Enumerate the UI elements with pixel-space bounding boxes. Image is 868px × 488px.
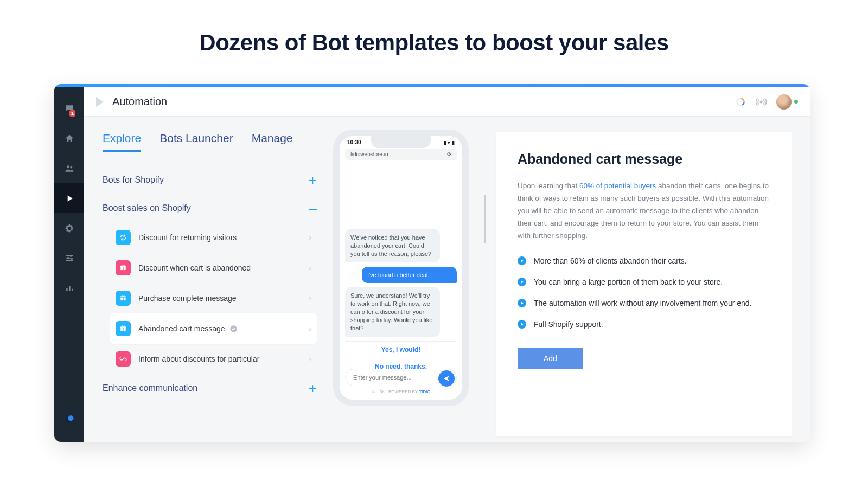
expand-icon: +: [309, 172, 317, 189]
scrollbar-thumb[interactable]: [484, 195, 486, 243]
svg-point-11: [760, 101, 762, 102]
svg-rect-14: [120, 266, 126, 267]
gift-icon: [116, 321, 131, 336]
home-icon: [64, 133, 75, 144]
refresh-icon: [116, 230, 131, 245]
svg-point-16: [124, 265, 125, 266]
sidebar-item-channels[interactable]: [54, 243, 84, 273]
phone-time: 10:30: [347, 139, 361, 145]
svg-point-4: [71, 259, 72, 261]
svg-point-3: [67, 257, 69, 259]
bot-message: We've noticed that you have abandoned yo…: [345, 229, 440, 262]
user-message: I've found a better deal.: [362, 267, 457, 284]
bot-item-label: Inform about discounts for particular: [138, 355, 259, 363]
notification-badge: 1: [69, 110, 75, 117]
section-label: Bots for Shopify: [103, 175, 164, 185]
broadcast-icon[interactable]: [756, 97, 767, 107]
sidebar-item-conversations[interactable]: 1: [54, 94, 84, 124]
bot-item-label: Purchase complete message: [138, 294, 237, 303]
chevron-right-icon: ›: [309, 233, 311, 242]
quick-reply-yes[interactable]: Yes, I would!: [345, 341, 457, 358]
gift-icon: [116, 260, 131, 275]
bars-icon: [64, 282, 75, 293]
section-label: Boost sales on Shopify: [103, 203, 191, 213]
section-enhance-communication[interactable]: Enhance communication +: [103, 374, 317, 402]
svg-rect-23: [124, 328, 126, 331]
presence-dot: [794, 100, 798, 104]
svg-point-25: [122, 326, 123, 327]
reload-icon: ⟳: [447, 151, 451, 157]
tab-explore[interactable]: Explore: [103, 132, 141, 152]
sliders-icon: [64, 253, 75, 264]
bot-template-item[interactable]: Abandoned cart message›: [110, 313, 317, 344]
svg-rect-7: [72, 288, 73, 291]
stat-link[interactable]: 60% of potential buyers: [579, 182, 656, 190]
link-icon: [116, 351, 131, 367]
sidebar-item-home[interactable]: [54, 124, 84, 153]
detail-description: Upon learning that 60% of potential buye…: [518, 180, 770, 242]
benefit-item: More than 60% of clients abandon their c…: [518, 255, 770, 267]
svg-rect-22: [120, 328, 123, 331]
svg-rect-5: [66, 288, 68, 291]
svg-rect-13: [124, 267, 126, 270]
benefit-item: The automation will work without any inv…: [518, 298, 770, 309]
sidebar-item-visitors[interactable]: [54, 153, 84, 183]
svg-rect-12: [120, 267, 123, 270]
play-bullet-icon: [518, 278, 526, 286]
section-boost-sales[interactable]: Boost sales on Shopify –: [103, 194, 317, 222]
tabs: Explore Bots Launcher Manage: [103, 132, 317, 152]
sidebar-item-tidio[interactable]: [54, 404, 84, 434]
powered-by: ☺ 📎 POWERED BY TIDIO: [345, 389, 457, 394]
svg-rect-6: [69, 286, 71, 291]
sidebar-item-analytics[interactable]: [54, 273, 84, 303]
section-label: Enhance communication: [103, 383, 197, 393]
bot-item-label: Abandoned cart message: [138, 324, 225, 333]
section-bots-for-shopify[interactable]: Bots for Shopify +: [103, 166, 317, 194]
send-icon: [443, 375, 450, 382]
chevron-right-icon: ›: [309, 324, 311, 333]
sidebar-item-automation[interactable]: [54, 183, 84, 213]
benefit-item: Full Shopify support.: [518, 319, 770, 330]
chevron-right-icon: ›: [309, 355, 311, 363]
template-detail-panel: Abandoned cart message Upon learning tha…: [496, 132, 792, 436]
bot-template-item[interactable]: Discount for returning visitors›: [110, 222, 317, 253]
benefit-item: You can bring a large portion of them ba…: [518, 277, 770, 288]
chevron-right-icon: ›: [309, 264, 311, 272]
avatar[interactable]: [776, 94, 792, 110]
add-button[interactable]: Add: [518, 348, 583, 369]
svg-point-20: [122, 296, 123, 297]
page-title: Automation: [112, 95, 167, 108]
section-play-icon: [96, 97, 104, 107]
svg-point-15: [122, 265, 123, 266]
svg-point-9: [68, 415, 73, 421]
tidio-logo-icon: [64, 414, 75, 425]
template-list: Explore Bots Launcher Manage Bots for Sh…: [103, 132, 317, 436]
bot-template-item[interactable]: Discount when cart is abandoned›: [110, 253, 317, 283]
bot-template-item[interactable]: Inform about discounts for particular›: [110, 344, 317, 374]
phone-address-bar: tidiowebstore.io ⟳: [345, 149, 457, 160]
usage-ring-icon[interactable]: [735, 97, 746, 107]
svg-rect-17: [120, 298, 123, 300]
bot-item-label: Discount for returning visitors: [138, 233, 237, 242]
tab-bots-launcher[interactable]: Bots Launcher: [159, 132, 233, 152]
bot-item-label: Discount when cart is abandoned: [138, 264, 251, 272]
app-frame: 1: [54, 84, 810, 442]
gift-icon: [116, 291, 131, 306]
svg-point-21: [124, 296, 125, 297]
play-bullet-icon: [518, 320, 526, 329]
svg-rect-18: [124, 298, 126, 300]
svg-rect-24: [120, 327, 126, 328]
phone-signal-icon: ▮ ▾ ▮: [444, 140, 455, 145]
gear-icon: [64, 223, 75, 234]
svg-point-2: [70, 255, 72, 256]
top-bar: Automation: [84, 87, 810, 117]
bot-template-item[interactable]: Purchase complete message›: [110, 283, 317, 313]
svg-point-1: [70, 166, 72, 168]
detail-title: Abandoned cart message: [518, 151, 770, 167]
play-icon: [64, 193, 75, 204]
expand-icon: +: [309, 380, 317, 397]
send-button[interactable]: [438, 370, 455, 387]
sidebar-item-settings[interactable]: [54, 213, 84, 243]
tab-manage[interactable]: Manage: [252, 132, 293, 152]
bot-message: Sure, we understand! We'll try to work o…: [345, 287, 440, 336]
